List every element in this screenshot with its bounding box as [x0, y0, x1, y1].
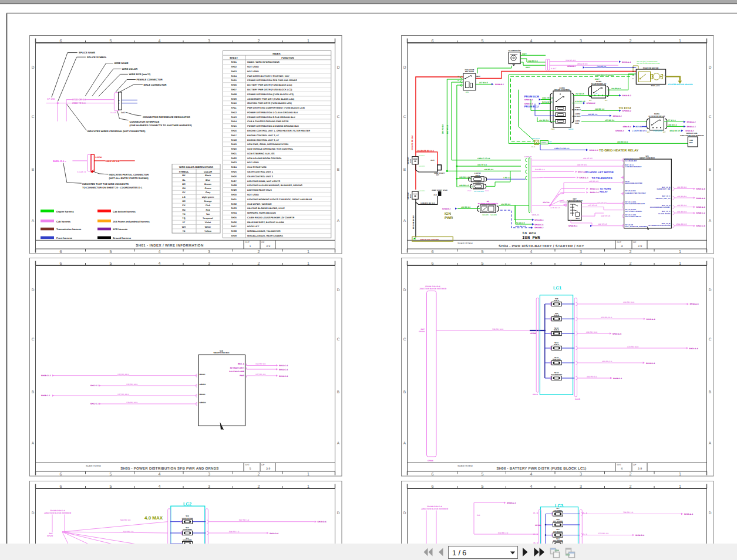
svg-text:SH23: SH23 [231, 161, 237, 164]
svg-text:85: 85 [457, 75, 460, 77]
svg-text:GRND1: GRND1 [200, 383, 206, 386]
svg-text:PIN: PIN [549, 143, 552, 144]
svg-text:KEYACC_KEY_C1: KEYACC_KEY_C1 [656, 197, 671, 200]
svg-text:SH19:D-6: SH19:D-6 [318, 521, 327, 523]
svg-text:LG: LG [182, 196, 185, 198]
svg-text:COLOR: COLOR [204, 170, 212, 173]
svg-text:PWR: PWR [485, 190, 489, 192]
svg-text:86: 86 [457, 79, 460, 82]
svg-text:STAT_wire: STAT_wire [651, 85, 660, 87]
svg-text:Engine harness: Engine harness [56, 210, 75, 213]
svg-text:SH21: SH21 [231, 153, 237, 155]
svg-text:PL_E: PL_E [533, 542, 538, 544]
svg-text:P30 RD 2.0: P30 RD 2.0 [535, 168, 545, 171]
svg-text:MAIN: MAIN [541, 141, 546, 144]
svg-text:SH17: SH17 [231, 134, 237, 137]
svg-text:GN/Y: GN/Y [526, 66, 531, 69]
svg-text:SH40:C-6: SH40:C-6 [534, 224, 543, 226]
svg-text:FROM UCM: FROM UCM [524, 95, 539, 98]
svg-text:x57 RD 5.0: x57 RD 5.0 [605, 119, 614, 122]
svg-text:Green: Green [205, 187, 212, 190]
svg-text:SH12: SH12 [231, 112, 237, 114]
svg-text:SH10:D-6: SH10:D-6 [646, 362, 655, 365]
svg-text:SH08:C1-2: SH08:C1-2 [41, 375, 51, 377]
svg-text:B+: B+ [664, 75, 666, 77]
svg-text:410 RD 10.0: 410 RD 10.0 [623, 301, 634, 303]
svg-text:440 RD 5.0: 440 RD 5.0 [587, 376, 597, 378]
svg-text:ALTERNATOR: ALTERNATOR [509, 49, 521, 52]
svg-text:SFB-A: SFB-A [554, 329, 560, 331]
svg-text:SUBSYSTEM: SUBSYSTEM [86, 464, 101, 467]
svg-text:ACC/CHARGER SOCKET: ACC/CHARGER SOCKET [650, 206, 671, 208]
svg-text:MAIN2: MAIN2 [200, 393, 206, 396]
svg-text:X-CAB_D: X-CAB_D [524, 156, 531, 158]
svg-text:BATTERY PWR DISTR (FUSE BLOCK: BATTERY PWR DISTR (FUSE BLOCK LC2) [247, 89, 292, 91]
svg-text:KEY START+RELAY: KEY START+RELAY [625, 215, 641, 218]
svg-text:5: 5 [250, 467, 251, 471]
svg-text:TN: TN [182, 213, 185, 215]
svg-text:INDEX: INDEX [272, 52, 280, 55]
svg-text:SH10: SH10 [231, 102, 237, 104]
svg-text:SH07: SH07 [231, 89, 237, 91]
svg-text:503 RD 1.0: 503 RD 1.0 [120, 519, 130, 521]
svg-text:SH16: SH16 [231, 130, 237, 132]
svg-text:GN: GN [182, 187, 186, 190]
svg-text:SH04:C-6: SH04:C-6 [696, 225, 705, 227]
svg-text:SP6918-2: SP6918-2 [567, 65, 576, 68]
svg-text:JUNCTION BLOCK INTERIOR: JUNCTION BLOCK INTERIOR [680, 134, 704, 137]
svg-text:756 RD 1.0: 756 RD 1.0 [623, 511, 633, 514]
svg-text:3x12: 3x12 [121, 112, 126, 114]
svg-text:SH04: SH04 [231, 75, 237, 77]
svg-text:B07 W 2.0: B07 W 2.0 [446, 125, 449, 134]
svg-text:GRND: GRND [568, 128, 573, 130]
svg-text:MAIN CABLE30 PWR: MAIN CABLE30 PWR [625, 182, 643, 184]
svg-text:1 / 6: 1 / 6 [452, 549, 466, 557]
svg-text:JL2L: JL2L [433, 194, 438, 196]
svg-text:x05 RD 0.5: x05 RD 0.5 [589, 180, 598, 183]
svg-text:SH40:A-3: SH40:A-3 [687, 126, 696, 128]
svg-text:x50 GN 0.5: x50 GN 0.5 [515, 222, 525, 224]
svg-text:UCM PWR, GRND, INSTRUMENTATION: UCM PWR, GRND, INSTRUMENTATION [247, 143, 288, 146]
svg-text:SH04:A-6: SH04:A-6 [613, 333, 621, 335]
svg-text:TQ: TQ [182, 217, 185, 220]
svg-text:135 RD 16.0: 135 RD 16.0 [126, 383, 137, 386]
svg-text:MAGNETI: MAGNETI [510, 54, 517, 56]
svg-text:SPLICE SYMBOL: SPLICE SYMBOL [87, 56, 107, 59]
svg-text:TO HOOD LIFT MOTOR: TO HOOD LIFT MOTOR [585, 171, 614, 174]
svg-text:SH20: SH20 [231, 148, 237, 150]
svg-text:x86 RD 8.0: x86 RD 8.0 [677, 186, 686, 188]
svg-text:SACA02: SACA02 [419, 190, 425, 192]
svg-text:Torquesel: Torquesel [203, 217, 213, 220]
svg-text:SH22: SH22 [231, 157, 237, 160]
svg-text:UCM VBB1: UCM VBB1 [183, 539, 192, 541]
svg-text:350A BK 0.5: 350A BK 0.5 [669, 130, 681, 132]
svg-text:BK1-DB BK 6.0: BK1-DB BK 6.0 [412, 215, 415, 229]
svg-text:x08 YE 0.5: x08 YE 0.5 [583, 157, 593, 160]
svg-text:BB8_A: BB8_A [238, 363, 245, 365]
svg-text:SP6966: SP6966 [419, 154, 425, 157]
svg-text:739 RD 16.0: 739 RD 16.0 [492, 328, 503, 330]
svg-text:SH14: SH14 [231, 120, 237, 123]
svg-text:LIGHTING DOME, MAP LIGHTS: LIGHTING DOME, MAP LIGHTS [247, 180, 281, 183]
svg-text:SH25: SH25 [231, 171, 237, 173]
svg-text:SH24:A-6: SH24:A-6 [689, 348, 698, 350]
svg-text:153 RD 1.0: 153 RD 1.0 [255, 363, 265, 365]
svg-text:NOT USED: NOT USED [247, 66, 259, 68]
svg-text:KEY/HORN: KEY/HORN [473, 187, 483, 190]
svg-text:12V PWR1: 12V PWR1 [554, 510, 563, 512]
svg-text:PPM: PPM [575, 122, 579, 124]
svg-text:PWR: PWR [445, 216, 453, 220]
svg-text:ENG BLOCK GROUND: ENG BLOCK GROUND [420, 238, 439, 241]
svg-text:STARTER RELAY: STARTER RELAY [591, 83, 607, 85]
svg-text:SUBSYSTEM: SUBSYSTEM [457, 464, 473, 467]
svg-text:SP69:B-2: SP69:B-2 [495, 83, 504, 86]
svg-text:SP6918-2: SP6918-2 [587, 102, 595, 104]
svg-text:YE: YE [182, 230, 186, 232]
svg-text:IGN: IGN [445, 212, 452, 216]
svg-text:MAIN ECU: MAIN ECU [572, 109, 581, 111]
svg-text:450 RD 5.0: 450 RD 5.0 [602, 360, 612, 363]
svg-text:SACB: SACB [575, 398, 581, 400]
svg-text:SH31: SH31 [231, 198, 237, 201]
svg-text:Ground harness: Ground harness [113, 237, 132, 239]
svg-text:INDICATES THAT THE WIRE CONNEC: INDICATES THAT THE WIRE CONNECTS [82, 183, 129, 185]
